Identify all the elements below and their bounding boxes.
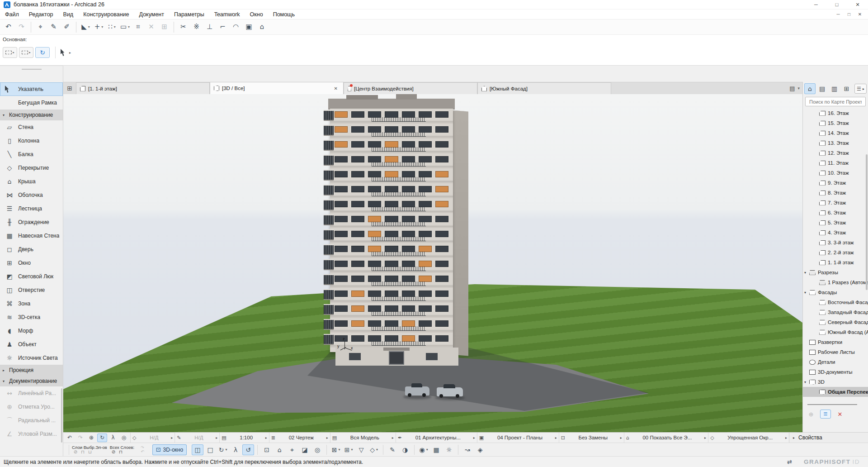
- segment-arrow-icon[interactable]: ▸: [326, 436, 328, 440]
- navigator-tree-item[interactable]: 6. Этаж: [803, 208, 868, 218]
- camera-tripod-button[interactable]: ⌖: [286, 444, 298, 455]
- toolbox-item[interactable]: ◫ Отверстие: [0, 283, 63, 297]
- extend-button[interactable]: ⊥: [203, 21, 216, 33]
- find-select-button[interactable]: ⌖: [34, 21, 47, 33]
- toolbox-item[interactable]: ⊞ Окно: [0, 256, 63, 270]
- show-all-layers-icon[interactable]: ⊘: [110, 450, 117, 454]
- navigator-tree-item[interactable]: 9. Этаж: [803, 178, 868, 188]
- unlock-layer-icon[interactable]: ⊔: [86, 450, 94, 454]
- quick-option-segment[interactable]: ✒ 01 Архитектурны... ▸: [396, 433, 477, 443]
- close-button[interactable]: ✕: [847, 0, 868, 10]
- tabbar-menu-arrow-icon[interactable]: ▾: [797, 86, 800, 91]
- layout-book-button[interactable]: ▥: [829, 83, 840, 94]
- toolbox-scrollbar[interactable]: [61, 388, 62, 443]
- dropdown-arrow-icon[interactable]: ▾: [426, 448, 428, 452]
- coordinates-button[interactable]: + ▾: [93, 21, 105, 33]
- project-map-button[interactable]: ⌂: [804, 83, 816, 94]
- 3d-window-button[interactable]: ⊡ 3D-окно: [152, 444, 187, 455]
- fly-through-button[interactable]: ↝: [462, 444, 473, 455]
- pickup-parameters-button[interactable]: ✎: [47, 21, 60, 33]
- arrow-options-icon[interactable]: ▸: [69, 51, 71, 55]
- forward-button[interactable]: ↷: [75, 434, 85, 442]
- lens-button[interactable]: ◎: [311, 444, 323, 455]
- toolbox-item[interactable]: ◩ Световой Люк: [0, 270, 63, 283]
- cut-planes-button[interactable]: ◇ ▾: [368, 444, 380, 455]
- cutaway-button[interactable]: ◪: [299, 444, 311, 455]
- view-tab[interactable]: [Южный Фасад]: [477, 82, 611, 94]
- publisher-button[interactable]: ⊞: [841, 83, 852, 94]
- toolbox-item[interactable]: ▦ Навесная Стена: [0, 229, 63, 243]
- segment-arrow-icon[interactable]: ▸: [704, 436, 706, 440]
- minimize-button[interactable]: ─: [806, 0, 826, 10]
- navigator-tree-item[interactable]: 10. Этаж: [803, 168, 868, 178]
- explode-button[interactable]: ⊞: [158, 21, 170, 33]
- navigator-tree-item[interactable]: 5. Этаж: [803, 218, 868, 228]
- navigator-tree-item[interactable]: 12. Этаж: [803, 148, 868, 158]
- toolbox-item[interactable]: ∠ Угловой Разм...: [0, 427, 63, 441]
- navigator-tree-item[interactable]: Развертки: [803, 337, 868, 347]
- trace-reference-button[interactable]: ▭ ▾: [119, 21, 131, 33]
- menu-item[interactable]: Teamwork: [209, 10, 245, 19]
- hide-layer-icon[interactable]: ⊘: [72, 450, 79, 454]
- dropdown-arrow-icon[interactable]: ▾: [128, 25, 130, 29]
- undo-button[interactable]: ↶: [2, 21, 14, 33]
- menu-item[interactable]: Конструирование: [78, 10, 134, 19]
- snapshot-button[interactable]: ◉ ▾: [418, 444, 429, 455]
- toolbox-item[interactable]: ╫ Ограждение: [0, 215, 63, 229]
- segment-arrow-icon[interactable]: ▸: [473, 436, 475, 440]
- navigator-tree-item[interactable]: 1. 1-й этаж: [803, 257, 868, 267]
- navigator-tree-item[interactable]: Общая Перспекти: [803, 387, 868, 397]
- orbit-mode-button[interactable]: ↺: [242, 444, 254, 455]
- segment-arrow-icon[interactable]: ▸: [216, 436, 217, 440]
- toolbox-item[interactable]: ⊕ Отметка Уро...: [0, 400, 63, 414]
- navigator-tree-item[interactable]: 3D-документы: [803, 367, 868, 377]
- view-tab[interactable]: [Центр Взаимодействия]: [344, 82, 477, 94]
- fillet-button[interactable]: ◠: [230, 21, 242, 33]
- menu-item[interactable]: Параметры: [169, 10, 209, 19]
- menu-item[interactable]: Документ: [134, 10, 169, 19]
- maximize-button[interactable]: □: [826, 0, 847, 10]
- toolbox-item[interactable]: ◇ Перекрытие: [0, 161, 63, 175]
- toolbox-item[interactable]: ▾ Документирование: [0, 376, 63, 386]
- quick-option-segment[interactable]: ⌂ 00 Показать Все Э... ▸: [624, 433, 708, 443]
- dropdown-arrow-icon[interactable]: ▾: [376, 448, 378, 452]
- paint-brush-button[interactable]: ✎: [387, 444, 398, 455]
- menu-item[interactable]: Редактор: [24, 10, 58, 19]
- mdi-minimize-button[interactable]: ─: [833, 10, 844, 19]
- lock-layer-icon[interactable]: ⊓: [79, 450, 86, 454]
- segment-arrow-icon[interactable]: ▸: [265, 436, 267, 440]
- dropdown-arrow-icon[interactable]: ▾: [114, 25, 116, 29]
- marquee-3d-button[interactable]: ⊞ ▾: [343, 444, 354, 455]
- rotated-marquee-button[interactable]: ↻: [35, 47, 50, 58]
- dropdown-arrow-icon[interactable]: ▾: [339, 448, 340, 452]
- toolbox-item[interactable]: ⌂ Крыша: [0, 175, 63, 188]
- toolbox-item[interactable]: ◻ Дверь: [0, 243, 63, 256]
- surface-painter-button[interactable]: ◑: [399, 444, 411, 455]
- toolbox-item[interactable]: ▯ Колонна: [0, 134, 63, 148]
- menu-item[interactable]: Вид: [58, 10, 79, 19]
- toolbox-item[interactable]: ☼ Источник Света: [0, 351, 63, 365]
- tab-close-icon[interactable]: ✕: [332, 85, 340, 92]
- menu-item[interactable]: Файл: [0, 10, 24, 19]
- mdi-close-button[interactable]: ✕: [854, 10, 865, 19]
- navigator-tree-item[interactable]: 16. Этаж: [803, 108, 868, 118]
- navigator-tree-item[interactable]: Южный Фасад (Авт: [803, 327, 868, 337]
- navigator-tree-item[interactable]: 4. Этаж: [803, 228, 868, 238]
- split-button[interactable]: ✂: [177, 21, 189, 33]
- navigator-tree-item[interactable]: ▾ Фасады: [803, 287, 868, 297]
- navigator-tree-item[interactable]: 13. Этаж: [803, 138, 868, 148]
- navigator-tree-item[interactable]: Детали: [803, 357, 868, 367]
- measure-button[interactable]: ⌗: [132, 21, 144, 33]
- unlock-all-layers-icon[interactable]: ⊓: [117, 450, 124, 454]
- quick-option-segment[interactable]: ⊡ Без Замены ▸: [559, 433, 624, 443]
- dropdown-arrow-icon[interactable]: ▾: [351, 448, 353, 452]
- stretch-button[interactable]: ✕: [145, 21, 157, 33]
- quick-option-segment[interactable]: ≣ 02 Чертеж ▸: [269, 433, 330, 443]
- intersect-button[interactable]: ⌐: [217, 21, 229, 33]
- toolbox-item[interactable]: ↔ Линейный Ра...: [0, 386, 63, 400]
- axonometry-button[interactable]: □: [204, 444, 216, 455]
- adjust-button[interactable]: ※: [190, 21, 203, 33]
- navigator-tree-item[interactable]: 3. 3-й этаж: [803, 238, 868, 248]
- quick-option-segment[interactable]: ▤ 1:100 ▸: [219, 433, 269, 443]
- add-view-button[interactable]: ⊕: [806, 410, 816, 419]
